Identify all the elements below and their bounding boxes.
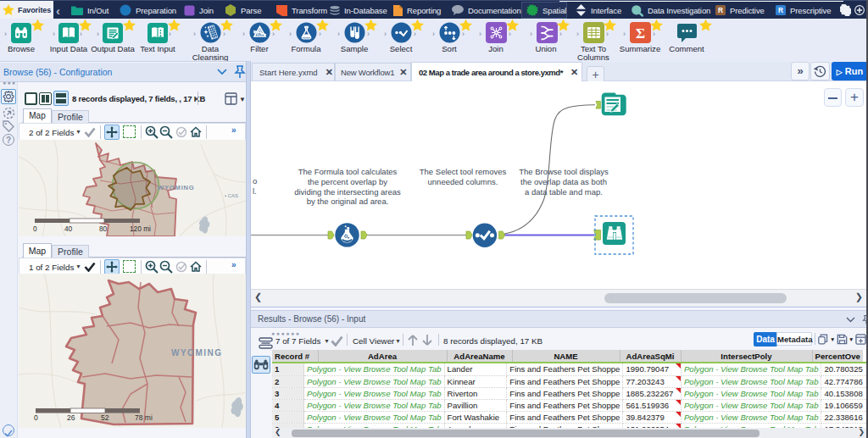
svg-text:0: 0 [33, 225, 37, 233]
svg-text:78 mi: 78 mi [135, 413, 153, 422]
svg-text:WYOMING: WYOMING [158, 184, 195, 191]
svg-text:0: 0 [34, 413, 38, 422]
svg-text:40: 40 [64, 225, 73, 233]
svg-text:80: 80 [99, 225, 108, 233]
svg-text:• CAS: • CAS [225, 193, 238, 198]
svg-text:Σ: Σ [636, 25, 645, 42]
svg-text:WYOMING: WYOMING [171, 348, 223, 358]
svg-text:26: 26 [67, 413, 75, 422]
svg-text:R: R [778, 6, 783, 14]
svg-text:R: R [718, 6, 723, 14]
svg-text:52: 52 [101, 413, 109, 422]
svg-text:120 mi: 120 mi [130, 225, 151, 233]
